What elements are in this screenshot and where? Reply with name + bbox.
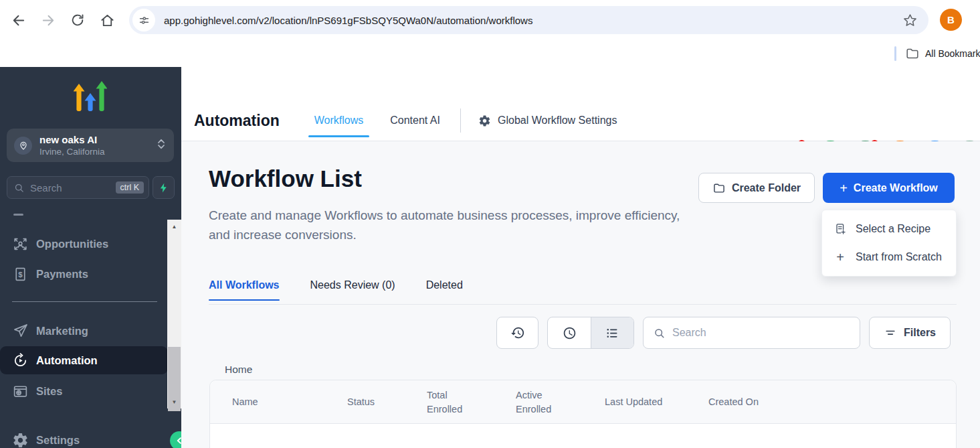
account-switcher[interactable]: new oaks AI Irvine, California: [7, 129, 174, 162]
sidebar-item-label: Payments: [36, 268, 88, 281]
section-title: Automation: [194, 112, 280, 130]
chevron-up-down-icon: [157, 137, 165, 153]
filters-button[interactable]: Filters: [869, 317, 951, 349]
sidebar-item-label: Marketing: [36, 325, 88, 338]
settings-gear-icon: [12, 432, 29, 448]
sidebar-divider: [12, 301, 157, 302]
back-icon[interactable]: [9, 11, 27, 29]
sidebar-item-label: Opportunities: [36, 238, 108, 250]
sidebar-item-opportunities[interactable]: Opportunities: [12, 234, 108, 253]
page-title: Workflow List: [209, 165, 362, 192]
screen: app.gohighlevel.com/v2/location/lnPS691g…: [0, 0, 980, 448]
menu-item-label: Start from Scratch: [856, 251, 942, 263]
sidebar-scrollbar[interactable]: ▲ ▼: [167, 220, 181, 408]
quick-actions-button[interactable]: [153, 176, 175, 199]
workflow-search-input[interactable]: [672, 327, 840, 339]
menu-item-label: Select a Recipe: [856, 223, 930, 235]
list-icon: [605, 326, 619, 340]
sidebar-collapse-button[interactable]: [170, 431, 181, 448]
search-icon: [13, 182, 25, 194]
create-workflow-button[interactable]: + Create Workflow: [823, 173, 955, 203]
url-text: app.gohighlevel.com/v2/location/lnPS691g…: [164, 15, 902, 26]
account-location: Irvine, California: [39, 146, 105, 157]
tab-workflows[interactable]: Workflows: [314, 115, 364, 127]
recipe-document-icon: [834, 222, 847, 236]
clock-icon: [563, 326, 577, 340]
sidebar-item-automation[interactable]: Automation: [0, 346, 168, 374]
page-description: Create and manage Workflows to automate …: [209, 206, 680, 244]
scroll-up-icon[interactable]: ▲: [167, 221, 181, 232]
plus-icon: +: [834, 250, 847, 265]
bookmark-star-icon[interactable]: [902, 13, 918, 28]
tab-all-workflows[interactable]: All Workflows: [209, 279, 280, 301]
sidebar-item-settings[interactable]: Settings: [12, 431, 80, 448]
menu-item-select-recipe[interactable]: Select a Recipe: [822, 215, 956, 243]
sidebar-search-input[interactable]: [30, 182, 97, 194]
workflow-table: Name Status Total Enrolled Active Enroll…: [209, 380, 957, 448]
all-bookmarks-label[interactable]: All Bookmarks: [925, 48, 980, 59]
site-settings-icon[interactable]: [132, 9, 155, 31]
column-header-created-on[interactable]: Created On: [708, 380, 759, 424]
tab-needs-review[interactable]: Needs Review (0): [310, 279, 395, 301]
folder-icon: [712, 181, 726, 195]
sidebar-item-label: Sites: [36, 385, 62, 398]
content-area: Workflow List Create and manage Workflow…: [181, 141, 980, 448]
global-workflow-settings-label: Global Workflow Settings: [498, 115, 617, 127]
column-header-active-enrolled[interactable]: Active Enrolled: [516, 380, 563, 424]
breadcrumb[interactable]: Home: [225, 364, 252, 376]
sidebar-item-label: Automation: [36, 354, 98, 367]
browser-toolbar: app.gohighlevel.com/v2/location/lnPS691g…: [0, 0, 980, 40]
tabs-divider: [209, 304, 957, 305]
automation-icon: [12, 352, 29, 369]
create-workflow-label: Create Workflow: [854, 182, 938, 194]
column-header-status[interactable]: Status: [347, 380, 375, 424]
search-shortcut-badge: ctrl K: [116, 181, 144, 194]
tab-deleted[interactable]: Deleted: [426, 279, 463, 301]
search-icon: [653, 327, 666, 340]
sites-icon: [12, 383, 29, 400]
header-divider: [460, 108, 461, 133]
menu-item-start-from-scratch[interactable]: + Start from Scratch: [822, 243, 956, 271]
bookmarks-folder-icon[interactable]: [905, 46, 920, 64]
create-folder-button[interactable]: Create Folder: [698, 173, 815, 203]
sidebar-item-payments[interactable]: $ Payments: [12, 265, 88, 283]
svg-text:$: $: [18, 270, 23, 278]
forward-icon[interactable]: [39, 11, 57, 29]
sidebar: new oaks AI Irvine, California ctrl K Op…: [0, 67, 181, 448]
home-icon[interactable]: [98, 11, 116, 29]
execution-logs-button[interactable]: [496, 317, 538, 349]
global-workflow-settings-link[interactable]: Global Workflow Settings: [478, 115, 617, 127]
tab-content-ai[interactable]: Content AI: [390, 115, 440, 127]
sidebar-item-marketing[interactable]: Marketing: [12, 321, 88, 340]
filters-label: Filters: [904, 327, 936, 339]
main-area: What's New Automation Updates ?: [181, 67, 980, 448]
account-name: new oaks AI: [39, 134, 105, 146]
gohighlevel-logo-icon: [74, 80, 107, 115]
recent-view-button[interactable]: [548, 317, 591, 348]
bookmarks-bar: All Bookmarks: [0, 40, 980, 67]
address-bar[interactable]: app.gohighlevel.com/v2/location/lnPS691g…: [129, 6, 928, 34]
location-pin-icon: [14, 137, 32, 155]
refresh-icon[interactable]: [69, 11, 86, 29]
payments-icon: $: [12, 266, 29, 283]
scroll-down-icon[interactable]: ▼: [167, 396, 181, 407]
lightning-icon: [158, 182, 169, 194]
sidebar-item-sites[interactable]: Sites: [12, 382, 62, 400]
sidebar-search[interactable]: ctrl K: [7, 176, 149, 199]
opportunities-icon: [12, 236, 29, 252]
column-header-name[interactable]: Name: [232, 380, 258, 424]
create-workflow-dropdown: Select a Recipe + Start from Scratch: [821, 210, 957, 277]
view-toggle: [547, 317, 634, 349]
column-header-total-enrolled[interactable]: Total Enrolled: [427, 380, 474, 424]
column-header-last-updated[interactable]: Last Updated: [605, 380, 662, 424]
workflow-tabs: All Workflows Needs Review (0) Deleted: [209, 279, 463, 301]
list-view-button[interactable]: [591, 317, 633, 348]
browser-profile-avatar[interactable]: B: [940, 9, 962, 31]
page-header: What's New Automation Updates ?: [181, 67, 980, 141]
plus-icon: +: [840, 181, 848, 195]
history-icon: [510, 325, 525, 340]
workflow-search[interactable]: [643, 317, 860, 349]
sidebar-item-label: Settings: [36, 434, 80, 447]
marketing-icon: [12, 323, 29, 340]
list-toolbar: Filters: [496, 317, 951, 349]
